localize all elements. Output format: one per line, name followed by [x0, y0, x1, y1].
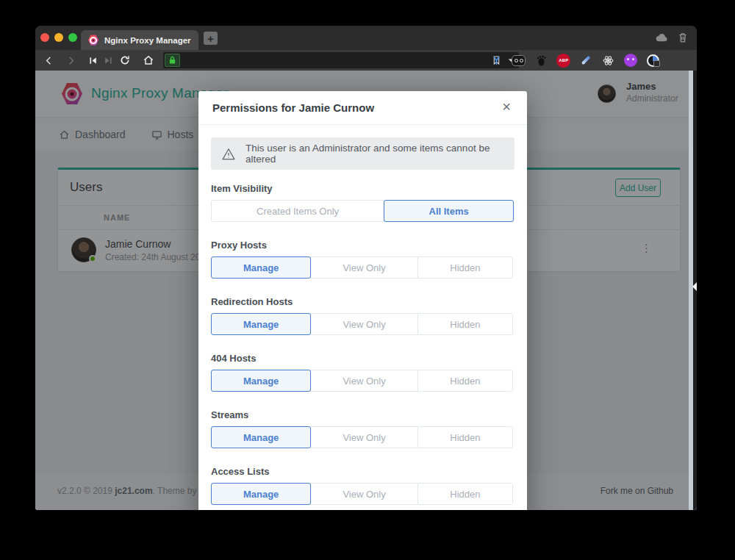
redirection-hosts-label: Redirection Hosts	[211, 296, 514, 307]
gauge-icon[interactable]	[646, 54, 660, 68]
home-icon[interactable]	[142, 54, 155, 67]
goggles-icon[interactable]	[512, 54, 526, 68]
browser-titlebar: Nginx Proxy Manager +	[35, 26, 697, 50]
extension-icons: ABP	[490, 53, 660, 68]
reload-icon[interactable]	[118, 54, 132, 67]
modal-title: Permissions for Jamie Curnow	[212, 101, 374, 114]
404-hosts-label: 404 Hosts	[211, 353, 514, 364]
browser-tab[interactable]: Nginx Proxy Manager	[81, 30, 198, 50]
window-controls	[40, 33, 77, 42]
proxy-hosts-control: Manage View Only Hidden	[211, 256, 514, 279]
warning-triangle-icon	[222, 148, 235, 160]
browser-window: Nginx Proxy Manager +	[35, 26, 697, 510]
permissions-modal: Permissions for Jamie Curnow × This user…	[198, 91, 527, 510]
trash-icon[interactable]	[678, 32, 688, 43]
item-visibility-label: Item Visibility	[211, 183, 514, 194]
sync-cloud-icon[interactable]	[655, 33, 668, 42]
option-view-only[interactable]: View Only	[310, 370, 418, 392]
option-all-items[interactable]: All Items	[384, 200, 514, 222]
favicon	[88, 35, 98, 46]
option-hidden[interactable]: Hidden	[417, 313, 513, 335]
tab-title: Nginx Proxy Manager	[104, 36, 191, 45]
browser-toolbar: ABP	[35, 50, 697, 71]
minimize-window-button[interactable]	[54, 33, 63, 42]
option-manage[interactable]: Manage	[211, 313, 311, 335]
new-tab-button[interactable]: +	[204, 32, 218, 45]
option-hidden[interactable]: Hidden	[417, 370, 513, 392]
option-manage[interactable]: Manage	[211, 426, 311, 448]
address-bar[interactable]	[163, 52, 519, 68]
redirection-hosts-control: Manage View Only Hidden	[211, 313, 514, 335]
item-visibility-control: Created Items Only All Items	[211, 200, 514, 222]
proxy-hosts-label: Proxy Hosts	[211, 240, 514, 251]
option-hidden[interactable]: Hidden	[417, 483, 513, 505]
https-lock-icon[interactable]	[165, 54, 180, 67]
access-lists-control: Manage View Only Hidden	[211, 483, 514, 505]
fork-icon[interactable]	[490, 54, 503, 68]
pen-icon[interactable]	[579, 54, 593, 68]
atom-icon[interactable]	[601, 54, 615, 68]
close-window-button[interactable]	[40, 33, 49, 42]
option-hidden[interactable]: Hidden	[417, 256, 513, 279]
option-view-only[interactable]: View Only	[310, 313, 418, 335]
admin-alert-text: This user is an Administrator and some i…	[245, 143, 504, 165]
forward-icon[interactable]	[64, 54, 77, 67]
panel-toggle-icon[interactable]	[692, 282, 697, 291]
option-view-only[interactable]: View Only	[310, 256, 418, 279]
option-manage[interactable]: Manage	[211, 483, 311, 505]
skip-back-icon[interactable]	[86, 54, 99, 67]
back-icon[interactable]	[42, 54, 55, 67]
access-lists-label: Access Lists	[211, 466, 514, 477]
page-viewport: Nginx Proxy Manager James Administrator …	[35, 71, 697, 510]
admin-alert: This user is an Administrator and some i…	[211, 137, 514, 170]
option-manage[interactable]: Manage	[211, 256, 311, 279]
option-hidden[interactable]: Hidden	[417, 426, 513, 448]
option-view-only[interactable]: View Only	[310, 483, 418, 505]
gnome-foot-icon[interactable]	[534, 54, 548, 68]
abp-icon[interactable]: ABP	[556, 54, 570, 68]
option-created-items-only[interactable]: Created Items Only	[211, 200, 384, 222]
close-icon[interactable]: ×	[498, 98, 515, 115]
streams-control: Manage View Only Hidden	[211, 426, 514, 448]
streams-label: Streams	[211, 409, 514, 420]
zoom-window-button[interactable]	[68, 33, 77, 42]
option-manage[interactable]: Manage	[211, 370, 311, 392]
404-hosts-control: Manage View Only Hidden	[211, 370, 514, 392]
skip-forward-icon[interactable]	[101, 54, 115, 67]
option-view-only[interactable]: View Only	[310, 426, 418, 448]
purple-circle-icon[interactable]	[624, 54, 638, 68]
